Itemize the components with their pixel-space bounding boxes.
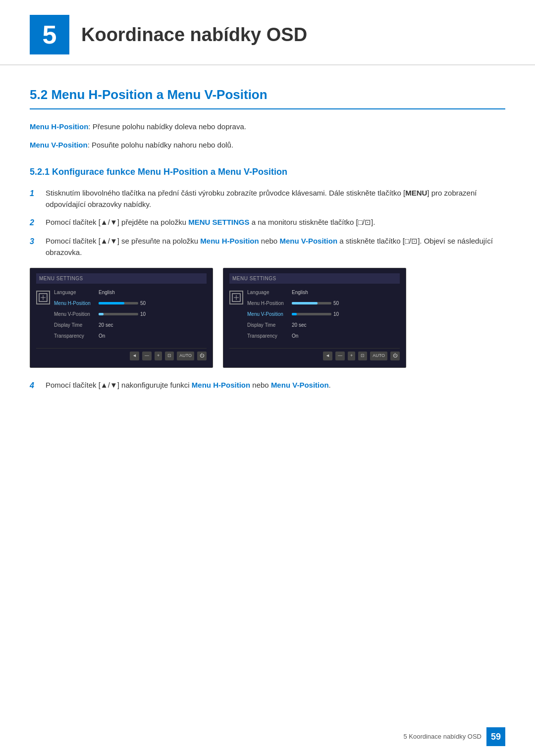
step-3: 3 Pomocí tlačítek [▲/▼] se přesuňte na p…: [30, 236, 505, 258]
step-2-content: Pomocí tlačítek [▲/▼] přejděte na položk…: [46, 217, 505, 228]
osd-panel-1-bottom: ◄ — + ⊡ AUTO ⏻: [36, 348, 207, 360]
osd-item-display-time-2: Display Time 20 sec: [247, 321, 400, 329]
osd-slider-fill-v-1: [99, 313, 104, 315]
osd-label-v-pos-2: Menu V-Position: [247, 310, 292, 318]
osd-settings-icon: [36, 291, 50, 304]
term-h-position: Menu H-Position: [30, 122, 88, 131]
footer-chapter-label: 5 Koordinace nabídky OSD: [403, 732, 482, 742]
step-3-content: Pomocí tlačítek [▲/▼] se přesuňte na pol…: [46, 236, 505, 258]
chapter-number: 5: [30, 15, 69, 54]
step-3-h-pos: Menu H-Position: [200, 237, 259, 245]
step-4-num: 4: [30, 380, 42, 392]
osd-btn-minus-1[interactable]: —: [142, 352, 152, 360]
chapter-header: 5 Koordinace nabídky OSD: [0, 0, 535, 65]
osd-label-h-pos-1: Menu H-Position: [54, 300, 99, 307]
osd-value-language-1: English: [99, 289, 115, 296]
term-v-position: Menu V-Position: [30, 141, 88, 149]
osd-value-h-pos-1: 50: [140, 300, 148, 307]
osd-item-h-pos-2: Menu H-Position 50: [247, 300, 400, 307]
step-1-content: Stisknutím libovolného tlačítka na předn…: [46, 188, 505, 210]
step-4-list: 4 Pomocí tlačítek [▲/▼] nakonfigurujte f…: [30, 380, 505, 392]
osd-slider-h-pos-1: 50: [99, 300, 148, 307]
osd-label-transparency-2: Transparency: [247, 332, 292, 340]
osd-settings-icon-2: [229, 291, 243, 304]
osd-value-language-2: English: [292, 289, 308, 296]
osd-panel-2-body: Language English Menu H-Position 50: [229, 289, 400, 343]
step-4: 4 Pomocí tlačítek [▲/▼] nakonfigurujte f…: [30, 380, 505, 392]
osd-btn-power-2[interactable]: ⏻: [390, 352, 400, 360]
osd-slider-v-pos-1: 10: [99, 310, 148, 318]
osd-btn-auto-2[interactable]: AUTO: [370, 352, 387, 360]
osd-item-language-2: Language English: [247, 289, 400, 296]
osd-panel-2: MENU SETTINGS Language Engl: [223, 268, 406, 368]
step-4-content: Pomocí tlačítek [▲/▼] nakonfigurujte fun…: [46, 380, 505, 391]
osd-label-transparency-1: Transparency: [54, 332, 99, 340]
osd-panel-1-title: MENU SETTINGS: [36, 273, 207, 284]
osd-btn-plus-1[interactable]: +: [155, 352, 162, 360]
osd-label-h-pos-2: Menu H-Position: [247, 300, 292, 307]
osd-value-transparency-2: On: [292, 332, 298, 340]
main-content: 5.2 Menu H-Position a Menu V-Position Me…: [0, 65, 535, 441]
osd-item-transparency-1: Transparency On: [54, 332, 207, 340]
page-footer: 5 Koordinace nabídky OSD 59: [403, 727, 505, 746]
osd-panel-2-items: Language English Menu H-Position 50: [247, 289, 400, 343]
chapter-title: Koordinace nabídky OSD: [81, 21, 307, 49]
page-number: 59: [486, 727, 505, 746]
osd-panels-container: MENU SETTINGS Language Engl: [30, 268, 505, 368]
step-2-menu-settings: MENU SETTINGS: [188, 218, 249, 226]
step-1-num: 1: [30, 188, 42, 200]
osd-btn-power-1[interactable]: ⏻: [197, 352, 207, 360]
step-3-num: 3: [30, 236, 42, 248]
osd-value-display-time-2: 20 sec: [292, 321, 306, 329]
osd-slider-fill-v-2: [292, 313, 297, 315]
step-3-v-pos: Menu V-Position: [279, 237, 337, 245]
osd-slider-track-v-2: [292, 313, 331, 315]
osd-btn-left-2[interactable]: ◄: [323, 352, 332, 360]
osd-btn-minus-2[interactable]: —: [335, 352, 345, 360]
section-heading: 5.2 Menu H-Position a Menu V-Position: [30, 85, 505, 109]
osd-btn-plus-2[interactable]: +: [348, 352, 355, 360]
osd-slider-fill-h-1: [99, 302, 124, 304]
step-1: 1 Stisknutím libovolného tlačítka na pře…: [30, 188, 505, 210]
osd-item-v-pos-2: Menu V-Position 10: [247, 310, 400, 318]
osd-label-language-2: Language: [247, 289, 292, 296]
step-2-num: 2: [30, 217, 42, 229]
osd-panel-2-bottom: ◄ — + ⊡ AUTO ⏻: [229, 348, 400, 360]
osd-item-transparency-2: Transparency On: [247, 332, 400, 340]
step-1-menu-key: MENU: [405, 189, 427, 197]
osd-slider-fill-h-2: [292, 302, 318, 304]
osd-panel-1-body: Language English Menu H-Position 50: [36, 289, 207, 343]
osd-btn-auto-1[interactable]: AUTO: [177, 352, 194, 360]
osd-label-display-time-2: Display Time: [247, 321, 292, 329]
osd-label-language-1: Language: [54, 289, 99, 296]
osd-btn-enter-1[interactable]: ⊡: [165, 352, 174, 360]
osd-item-display-time-1: Display Time 20 sec: [54, 321, 207, 329]
osd-slider-h-pos-2: 50: [292, 300, 341, 307]
osd-value-transparency-1: On: [99, 332, 105, 340]
osd-panel-2-sidebar: [229, 289, 243, 343]
osd-value-display-time-1: 20 sec: [99, 321, 113, 329]
osd-panel-1-items: Language English Menu H-Position 50: [54, 289, 207, 343]
osd-slider-v-pos-2: 10: [292, 310, 341, 318]
osd-label-display-time-1: Display Time: [54, 321, 99, 329]
osd-btn-left-1[interactable]: ◄: [130, 352, 139, 360]
osd-panel-1: MENU SETTINGS Language Engl: [30, 268, 213, 368]
osd-slider-track-h-1: [99, 302, 138, 304]
osd-value-v-pos-2: 10: [333, 310, 341, 318]
steps-list: 1 Stisknutím libovolného tlačítka na pře…: [30, 188, 505, 258]
osd-item-language-1: Language English: [54, 289, 207, 296]
osd-panel-2-title: MENU SETTINGS: [229, 273, 400, 284]
osd-value-h-pos-2: 50: [333, 300, 341, 307]
osd-btn-enter-2[interactable]: ⊡: [358, 352, 367, 360]
step-4-h-pos: Menu H-Position: [192, 381, 250, 389]
osd-item-v-pos-1: Menu V-Position 10: [54, 310, 207, 318]
osd-panel-1-sidebar: [36, 289, 50, 343]
osd-item-h-pos-1: Menu H-Position 50: [54, 300, 207, 307]
para-v-position: Menu V-Position: Posuňte polohu nabídky …: [30, 140, 505, 151]
step-2: 2 Pomocí tlačítek [▲/▼] přejděte na polo…: [30, 217, 505, 229]
step-4-v-pos: Menu V-Position: [271, 381, 329, 389]
osd-value-v-pos-1: 10: [140, 310, 148, 318]
para-h-position: Menu H-Position: Přesune polohu nabídky …: [30, 121, 505, 133]
osd-slider-track-v-1: [99, 313, 138, 315]
osd-label-v-pos-1: Menu V-Position: [54, 310, 99, 318]
